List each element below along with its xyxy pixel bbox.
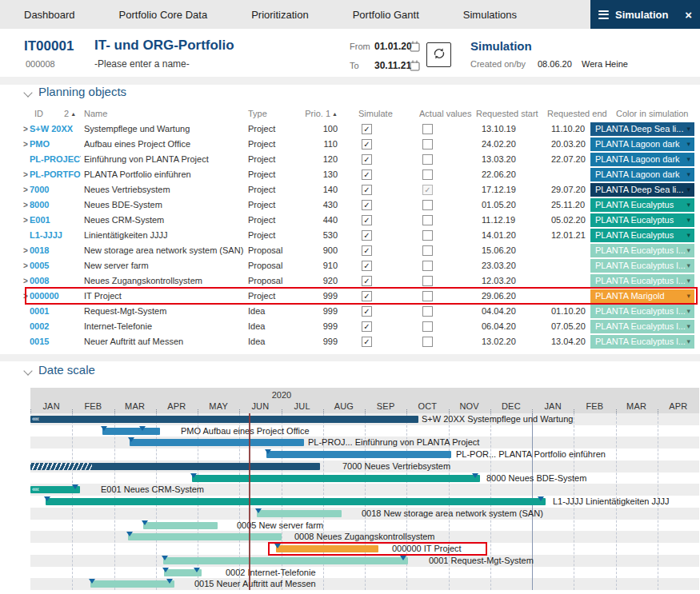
color-in-simulation-dropdown[interactable]: PLANTA Lagoon dark▾ bbox=[590, 168, 694, 181]
from-date-value[interactable]: 01.01.20 bbox=[374, 41, 412, 52]
actual-values-checkbox[interactable] bbox=[422, 230, 433, 241]
expand-chevron-icon[interactable]: > bbox=[23, 289, 28, 304]
simulate-checkbox[interactable]: ✓ bbox=[362, 245, 372, 256]
simulate-checkbox[interactable]: ✓ bbox=[362, 321, 372, 332]
hamburger-menu-icon[interactable] bbox=[598, 8, 609, 21]
gantt-bar-PL-PROJECT[interactable] bbox=[130, 439, 304, 446]
column-header-id-sort[interactable]: 2▲ bbox=[64, 109, 76, 118]
object-id-link[interactable]: 000000 bbox=[30, 289, 81, 304]
nav-tab-simulations[interactable]: Simulations bbox=[463, 9, 517, 21]
actual-values-checkbox[interactable] bbox=[422, 321, 433, 332]
column-header-priority[interactable]: Prio. 1▲ bbox=[299, 109, 338, 118]
simulate-checkbox[interactable]: ✓ bbox=[362, 276, 372, 286]
expand-chevron-icon[interactable]: > bbox=[23, 258, 28, 273]
calendar-icon[interactable] bbox=[410, 41, 420, 51]
gantt-bar-000000[interactable] bbox=[276, 545, 378, 552]
color-in-simulation-dropdown[interactable]: PLANTA Deep Sea li...▾ bbox=[590, 183, 694, 197]
gantt-bar-S+W 20XX[interactable]: «« bbox=[30, 416, 418, 423]
refresh-button[interactable] bbox=[426, 42, 451, 67]
actual-values-checkbox[interactable] bbox=[422, 154, 433, 165]
simulate-checkbox[interactable]: ✓ bbox=[362, 230, 372, 241]
calendar-icon[interactable] bbox=[410, 60, 420, 70]
expand-chevron-icon[interactable]: > bbox=[23, 197, 28, 213]
actual-values-checkbox[interactable] bbox=[422, 261, 433, 271]
simulate-checkbox[interactable]: ✓ bbox=[362, 215, 372, 225]
color-in-simulation-dropdown[interactable]: PLANTA Lagoon dark▾ bbox=[590, 153, 694, 166]
simulate-checkbox[interactable]: ✓ bbox=[362, 169, 372, 180]
gantt-bar-L1-JJJJ[interactable] bbox=[46, 498, 546, 505]
color-in-simulation-dropdown[interactable]: PLANTA Eucalyptus▾ bbox=[590, 213, 694, 227]
object-id-link[interactable]: 0005 bbox=[30, 258, 81, 273]
expand-chevron-icon[interactable]: > bbox=[23, 243, 28, 258]
color-in-simulation-dropdown[interactable]: PLANTA Eucalyptus l...▾ bbox=[590, 305, 694, 318]
expand-chevron-icon[interactable]: > bbox=[23, 167, 28, 182]
actual-values-checkbox[interactable] bbox=[422, 215, 433, 225]
actual-values-checkbox[interactable] bbox=[422, 124, 433, 134]
expand-chevron-icon[interactable]: > bbox=[23, 182, 28, 197]
nav-tab-prioritization[interactable]: Prioritization bbox=[251, 9, 309, 21]
object-id-link[interactable]: PMO bbox=[30, 137, 81, 152]
actual-values-checkbox[interactable] bbox=[422, 245, 433, 256]
portfolio-name-placeholder[interactable]: -Please enter a name- bbox=[94, 58, 190, 70]
color-in-simulation-dropdown[interactable]: PLANTA Eucalyptus l...▾ bbox=[590, 335, 694, 349]
object-id-link[interactable]: PL-PROJECT bbox=[30, 152, 81, 167]
actual-values-checkbox[interactable] bbox=[422, 169, 433, 180]
actual-values-checkbox[interactable]: ✓ bbox=[422, 185, 433, 195]
simulate-checkbox[interactable]: ✓ bbox=[362, 139, 372, 149]
expand-chevron-icon[interactable]: > bbox=[23, 213, 28, 228]
object-id-link[interactable]: 0018 bbox=[30, 243, 81, 258]
gantt-bar-0018[interactable] bbox=[257, 510, 342, 517]
gantt-bar-7000[interactable] bbox=[30, 463, 320, 470]
object-id-link[interactable]: 0015 bbox=[30, 334, 81, 349]
expand-chevron-icon[interactable]: > bbox=[23, 122, 28, 137]
tab-simulation-active[interactable]: Simulation × bbox=[590, 0, 700, 29]
gantt-bar-0015[interactable] bbox=[90, 580, 174, 588]
simulate-checkbox[interactable]: ✓ bbox=[362, 306, 372, 317]
gantt-bar-0005[interactable] bbox=[143, 522, 218, 529]
expand-chevron-icon[interactable]: > bbox=[23, 273, 28, 289]
actual-values-checkbox[interactable] bbox=[422, 291, 433, 301]
column-header-requested-end[interactable]: Requested end bbox=[547, 109, 607, 118]
column-header-id[interactable]: ID bbox=[34, 109, 43, 118]
color-in-simulation-dropdown[interactable]: PLANTA Eucalyptus l...▾ bbox=[590, 259, 694, 273]
gantt-bar-PMO[interactable] bbox=[102, 428, 160, 435]
actual-values-checkbox[interactable] bbox=[422, 276, 433, 286]
nav-tab-portfolio-gantt[interactable]: Portfolio Gantt bbox=[353, 9, 419, 21]
color-in-simulation-dropdown[interactable]: PLANTA Eucalyptus l...▾ bbox=[590, 244, 694, 257]
object-id-link[interactable]: E001 bbox=[30, 213, 81, 228]
object-id-link[interactable]: 7000 bbox=[30, 182, 81, 197]
simulate-checkbox[interactable]: ✓ bbox=[362, 291, 372, 301]
to-date-value[interactable]: 30.11.21 bbox=[374, 60, 411, 71]
object-id-link[interactable]: S+W 20XX bbox=[30, 122, 81, 137]
column-header-simulate[interactable]: Simulate bbox=[358, 109, 393, 118]
color-in-simulation-dropdown[interactable]: PLANTA Lagoon dark▾ bbox=[590, 138, 694, 151]
close-tab-icon[interactable]: × bbox=[685, 9, 692, 21]
object-id-link[interactable]: L1-JJJJ bbox=[30, 228, 81, 243]
color-in-simulation-dropdown[interactable]: PLANTA Marigold▾ bbox=[590, 289, 694, 303]
column-header-type[interactable]: Type bbox=[248, 109, 267, 118]
column-header-actual-values[interactable]: Actual values bbox=[419, 109, 471, 118]
collapse-planning-chevron-icon[interactable] bbox=[23, 88, 32, 97]
actual-values-checkbox[interactable] bbox=[422, 337, 433, 347]
object-id-link[interactable]: PL-PORTFO... bbox=[30, 167, 81, 182]
simulate-checkbox[interactable]: ✓ bbox=[362, 261, 372, 271]
column-header-name[interactable]: Name bbox=[84, 109, 107, 118]
simulate-checkbox[interactable]: ✓ bbox=[362, 124, 372, 134]
actual-values-checkbox[interactable] bbox=[422, 200, 433, 210]
simulate-checkbox[interactable]: ✓ bbox=[362, 154, 372, 165]
nav-tab-dashboard[interactable]: Dashboard bbox=[24, 9, 75, 21]
color-in-simulation-dropdown[interactable]: PLANTA Eucalyptus▾ bbox=[590, 198, 694, 212]
collapse-datescale-chevron-icon[interactable] bbox=[23, 366, 32, 375]
column-header-color[interactable]: Color in simulation bbox=[616, 109, 688, 118]
actual-values-checkbox[interactable] bbox=[422, 306, 433, 317]
object-id-link[interactable]: 0002 bbox=[30, 319, 81, 334]
color-in-simulation-dropdown[interactable]: PLANTA Eucalyptus▾ bbox=[590, 229, 694, 242]
nav-tab-portfolio-core-data[interactable]: Portfolio Core Data bbox=[119, 9, 208, 21]
actual-values-checkbox[interactable] bbox=[422, 139, 433, 149]
simulate-checkbox[interactable]: ✓ bbox=[362, 200, 372, 210]
gantt-bar-0008[interactable] bbox=[128, 533, 282, 540]
object-id-link[interactable]: 0001 bbox=[30, 304, 81, 319]
simulate-checkbox[interactable]: ✓ bbox=[362, 185, 372, 195]
expand-chevron-icon[interactable]: > bbox=[23, 137, 28, 152]
object-id-link[interactable]: 0008 bbox=[30, 273, 81, 289]
